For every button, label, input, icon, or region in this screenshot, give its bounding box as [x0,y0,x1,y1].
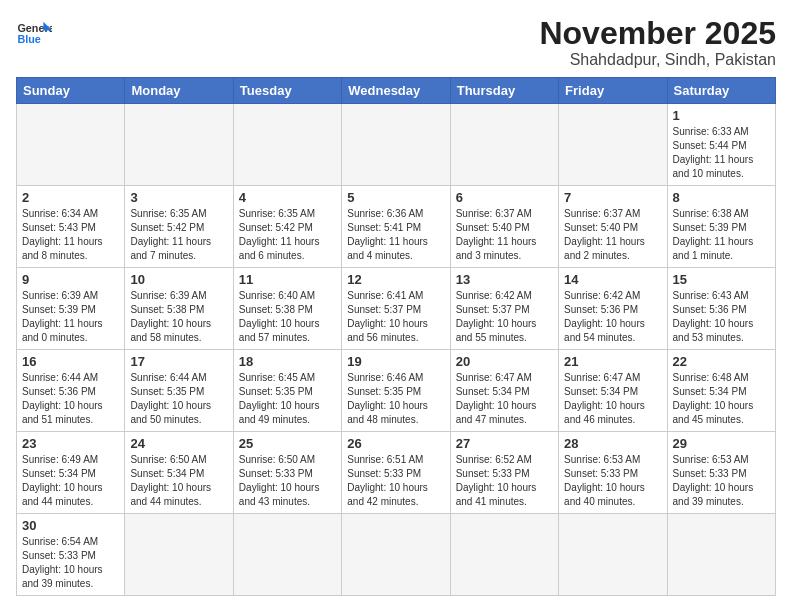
calendar-cell [559,104,667,186]
calendar-cell: 7Sunrise: 6:37 AM Sunset: 5:40 PM Daylig… [559,186,667,268]
day-info: Sunrise: 6:44 AM Sunset: 5:36 PM Dayligh… [22,371,119,427]
day-number: 3 [130,190,227,205]
day-number: 27 [456,436,553,451]
day-info: Sunrise: 6:44 AM Sunset: 5:35 PM Dayligh… [130,371,227,427]
calendar-cell [233,104,341,186]
day-number: 17 [130,354,227,369]
day-number: 1 [673,108,770,123]
location-subtitle: Shahdadpur, Sindh, Pakistan [539,51,776,69]
calendar-week-4: 23Sunrise: 6:49 AM Sunset: 5:34 PM Dayli… [17,432,776,514]
calendar-cell [17,104,125,186]
day-number: 2 [22,190,119,205]
day-info: Sunrise: 6:48 AM Sunset: 5:34 PM Dayligh… [673,371,770,427]
day-number: 23 [22,436,119,451]
day-info: Sunrise: 6:50 AM Sunset: 5:33 PM Dayligh… [239,453,336,509]
calendar-cell [559,514,667,596]
page-header: General Blue November 2025 Shahdadpur, S… [16,16,776,69]
day-info: Sunrise: 6:40 AM Sunset: 5:38 PM Dayligh… [239,289,336,345]
calendar-cell [125,104,233,186]
calendar-cell: 1Sunrise: 6:33 AM Sunset: 5:44 PM Daylig… [667,104,775,186]
calendar-cell: 30Sunrise: 6:54 AM Sunset: 5:33 PM Dayli… [17,514,125,596]
header-thursday: Thursday [450,78,558,104]
day-number: 21 [564,354,661,369]
logo: General Blue [16,16,52,52]
calendar-cell: 18Sunrise: 6:45 AM Sunset: 5:35 PM Dayli… [233,350,341,432]
day-info: Sunrise: 6:53 AM Sunset: 5:33 PM Dayligh… [564,453,661,509]
calendar-cell [667,514,775,596]
day-number: 11 [239,272,336,287]
day-info: Sunrise: 6:54 AM Sunset: 5:33 PM Dayligh… [22,535,119,591]
day-info: Sunrise: 6:34 AM Sunset: 5:43 PM Dayligh… [22,207,119,263]
header-sunday: Sunday [17,78,125,104]
day-info: Sunrise: 6:37 AM Sunset: 5:40 PM Dayligh… [456,207,553,263]
svg-text:Blue: Blue [17,33,40,45]
day-number: 18 [239,354,336,369]
calendar-cell: 26Sunrise: 6:51 AM Sunset: 5:33 PM Dayli… [342,432,450,514]
day-info: Sunrise: 6:33 AM Sunset: 5:44 PM Dayligh… [673,125,770,181]
calendar-cell: 21Sunrise: 6:47 AM Sunset: 5:34 PM Dayli… [559,350,667,432]
day-info: Sunrise: 6:52 AM Sunset: 5:33 PM Dayligh… [456,453,553,509]
calendar-cell: 6Sunrise: 6:37 AM Sunset: 5:40 PM Daylig… [450,186,558,268]
header-saturday: Saturday [667,78,775,104]
day-info: Sunrise: 6:51 AM Sunset: 5:33 PM Dayligh… [347,453,444,509]
day-info: Sunrise: 6:47 AM Sunset: 5:34 PM Dayligh… [564,371,661,427]
calendar-cell [450,104,558,186]
calendar-cell: 28Sunrise: 6:53 AM Sunset: 5:33 PM Dayli… [559,432,667,514]
day-info: Sunrise: 6:37 AM Sunset: 5:40 PM Dayligh… [564,207,661,263]
day-info: Sunrise: 6:39 AM Sunset: 5:39 PM Dayligh… [22,289,119,345]
calendar-cell [342,514,450,596]
day-info: Sunrise: 6:41 AM Sunset: 5:37 PM Dayligh… [347,289,444,345]
day-info: Sunrise: 6:46 AM Sunset: 5:35 PM Dayligh… [347,371,444,427]
calendar-cell: 8Sunrise: 6:38 AM Sunset: 5:39 PM Daylig… [667,186,775,268]
calendar-cell: 12Sunrise: 6:41 AM Sunset: 5:37 PM Dayli… [342,268,450,350]
day-number: 29 [673,436,770,451]
calendar-cell: 15Sunrise: 6:43 AM Sunset: 5:36 PM Dayli… [667,268,775,350]
logo-icon: General Blue [16,16,52,52]
calendar-cell: 23Sunrise: 6:49 AM Sunset: 5:34 PM Dayli… [17,432,125,514]
calendar-cell: 11Sunrise: 6:40 AM Sunset: 5:38 PM Dayli… [233,268,341,350]
day-info: Sunrise: 6:47 AM Sunset: 5:34 PM Dayligh… [456,371,553,427]
day-number: 7 [564,190,661,205]
day-number: 19 [347,354,444,369]
calendar-cell: 14Sunrise: 6:42 AM Sunset: 5:36 PM Dayli… [559,268,667,350]
calendar-cell: 13Sunrise: 6:42 AM Sunset: 5:37 PM Dayli… [450,268,558,350]
calendar-week-2: 9Sunrise: 6:39 AM Sunset: 5:39 PM Daylig… [17,268,776,350]
day-number: 26 [347,436,444,451]
calendar-cell: 22Sunrise: 6:48 AM Sunset: 5:34 PM Dayli… [667,350,775,432]
day-info: Sunrise: 6:42 AM Sunset: 5:36 PM Dayligh… [564,289,661,345]
day-number: 20 [456,354,553,369]
day-number: 12 [347,272,444,287]
day-info: Sunrise: 6:36 AM Sunset: 5:41 PM Dayligh… [347,207,444,263]
day-info: Sunrise: 6:50 AM Sunset: 5:34 PM Dayligh… [130,453,227,509]
calendar-cell: 24Sunrise: 6:50 AM Sunset: 5:34 PM Dayli… [125,432,233,514]
calendar-table: SundayMondayTuesdayWednesdayThursdayFrid… [16,77,776,596]
day-number: 28 [564,436,661,451]
day-number: 8 [673,190,770,205]
day-number: 22 [673,354,770,369]
day-info: Sunrise: 6:35 AM Sunset: 5:42 PM Dayligh… [130,207,227,263]
day-info: Sunrise: 6:43 AM Sunset: 5:36 PM Dayligh… [673,289,770,345]
calendar-cell: 9Sunrise: 6:39 AM Sunset: 5:39 PM Daylig… [17,268,125,350]
calendar-week-3: 16Sunrise: 6:44 AM Sunset: 5:36 PM Dayli… [17,350,776,432]
day-number: 15 [673,272,770,287]
day-number: 9 [22,272,119,287]
day-number: 16 [22,354,119,369]
day-info: Sunrise: 6:45 AM Sunset: 5:35 PM Dayligh… [239,371,336,427]
calendar-cell [125,514,233,596]
day-info: Sunrise: 6:53 AM Sunset: 5:33 PM Dayligh… [673,453,770,509]
day-number: 25 [239,436,336,451]
calendar-cell: 27Sunrise: 6:52 AM Sunset: 5:33 PM Dayli… [450,432,558,514]
calendar-cell: 2Sunrise: 6:34 AM Sunset: 5:43 PM Daylig… [17,186,125,268]
calendar-cell: 19Sunrise: 6:46 AM Sunset: 5:35 PM Dayli… [342,350,450,432]
calendar-cell: 25Sunrise: 6:50 AM Sunset: 5:33 PM Dayli… [233,432,341,514]
calendar-cell: 20Sunrise: 6:47 AM Sunset: 5:34 PM Dayli… [450,350,558,432]
day-info: Sunrise: 6:35 AM Sunset: 5:42 PM Dayligh… [239,207,336,263]
day-info: Sunrise: 6:42 AM Sunset: 5:37 PM Dayligh… [456,289,553,345]
day-number: 4 [239,190,336,205]
header-wednesday: Wednesday [342,78,450,104]
calendar-week-0: 1Sunrise: 6:33 AM Sunset: 5:44 PM Daylig… [17,104,776,186]
day-number: 24 [130,436,227,451]
header-friday: Friday [559,78,667,104]
calendar-cell: 17Sunrise: 6:44 AM Sunset: 5:35 PM Dayli… [125,350,233,432]
day-number: 14 [564,272,661,287]
